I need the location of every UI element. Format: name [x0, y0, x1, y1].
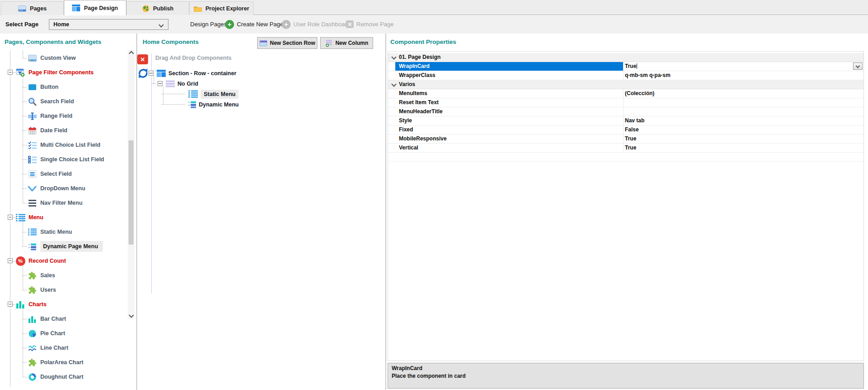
delete-component-button[interactable]: ✕: [137, 54, 148, 64]
refresh-icon[interactable]: [137, 67, 149, 80]
sidebar-item-record-count[interactable]: % Record Count: [0, 254, 127, 268]
scroll-down-icon[interactable]: [128, 313, 134, 319]
property-row-menuitems[interactable]: MenuItems (Colección): [388, 89, 863, 98]
close-icon: ✕: [346, 20, 354, 28]
sidebar-item-select-field[interactable]: Select Field: [0, 167, 127, 181]
sidebar-item-line-chart[interactable]: Line Chart: [0, 341, 127, 355]
drag-drop-label: Drag And Drop Components: [155, 55, 231, 61]
select-page-label: Select Page: [5, 15, 38, 34]
tab-page-design[interactable]: Page Design: [64, 0, 126, 15]
sidebar-item-multi-choice-list-field[interactable]: Multi Choice List Field: [0, 138, 127, 152]
tree-item-dynamic-menu[interactable]: Dynamic Menu: [148, 99, 383, 110]
plus-icon: +: [282, 20, 291, 29]
page-structure-tree: Section - Row - container No Grid Static…: [148, 68, 383, 110]
properties-panel-title: Component Properties: [390, 39, 456, 45]
no-grid-icon: [166, 80, 175, 87]
tree-item-no-grid[interactable]: No Grid: [148, 78, 383, 89]
sidebar-item-dropdown-menu[interactable]: DropDown Menu: [0, 181, 127, 196]
sidebar-item-single-choice-list-field[interactable]: Single Choice List Field: [0, 152, 127, 167]
new-section-row-button[interactable]: New Section Row: [257, 37, 317, 49]
tab-label: Pages: [30, 5, 47, 12]
property-row-fixed[interactable]: Fixed False: [388, 125, 863, 135]
collapse-expander-icon[interactable]: [8, 258, 13, 263]
tab-bar: Pages Page Design Publish Project Explor…: [0, 0, 868, 15]
sidebar-item-menu[interactable]: Menu: [0, 210, 127, 225]
page-filter-icon: [15, 68, 25, 77]
select-page-dropdown[interactable]: Home: [49, 19, 168, 30]
property-section-varios[interactable]: Varios: [388, 80, 863, 89]
sidebar-item-dynamic-page-menu[interactable]: Dynamic Page Menu: [0, 239, 127, 254]
property-value-editor[interactable]: True: [625, 62, 637, 71]
bar-chart-icon: [15, 300, 25, 308]
remove-page-button[interactable]: ✕ Remove Page: [346, 15, 393, 34]
property-section-page-design[interactable]: 01. Page Design: [388, 53, 863, 62]
sidebar-item-button[interactable]: Button: [0, 80, 127, 94]
collapse-expander-icon[interactable]: [149, 71, 153, 76]
folder-icon: [194, 5, 202, 12]
tab-publish[interactable]: Publish: [126, 1, 189, 15]
sidebar-item-range-field[interactable]: Range Field: [0, 109, 127, 123]
menu-list-icon: [27, 228, 37, 236]
tab-pages[interactable]: Pages: [1, 1, 64, 15]
tree-item-static-menu[interactable]: Static Menu: [148, 89, 383, 99]
text-caret: [637, 63, 637, 69]
tree-item-section-row-container[interactable]: Section - Row - container: [148, 68, 383, 78]
hamburger-icon: [27, 200, 37, 207]
sidebar-item-sales[interactable]: Sales: [0, 268, 127, 283]
sidebar-item-users[interactable]: Users: [0, 283, 127, 297]
property-row-wrapperclass[interactable]: WrapperClass q-mb-sm q-pa-sm: [388, 71, 863, 80]
search-icon: [27, 97, 37, 106]
value-dropdown-button[interactable]: [853, 63, 863, 70]
sidebar-item-charts[interactable]: Charts: [0, 297, 127, 312]
sidebar-item-polararea-chart[interactable]: PolarArea Chart: [0, 355, 127, 370]
pie-chart-icon: [27, 330, 37, 337]
scrollbar-thumb[interactable]: [129, 140, 134, 245]
scroll-up-icon[interactable]: [128, 50, 134, 57]
sidebar-item-pie-chart[interactable]: Pie Chart: [0, 326, 127, 341]
page-design-icon: [72, 5, 80, 11]
create-new-page-button[interactable]: + Create New Page: [225, 15, 283, 34]
collapse-expander-icon[interactable]: [158, 81, 163, 86]
sidebar-item-doughnut-chart[interactable]: Doughnut Chart: [0, 370, 127, 384]
design-pages-label: Design Pages: [190, 15, 227, 34]
sidebar-item-bar-chart[interactable]: Bar Chart: [0, 312, 127, 326]
tab-project-explorer[interactable]: Project Explorer: [189, 1, 254, 15]
collapse-expander-icon[interactable]: [8, 302, 13, 307]
property-row-menuheadertitle[interactable]: MenuHeaderTitle: [388, 107, 863, 116]
property-row-style[interactable]: Style Nav tab: [388, 116, 863, 125]
property-row-mobileresponsive[interactable]: MobileResponsive True: [388, 135, 863, 144]
collapse-expander-icon[interactable]: [8, 215, 13, 220]
toolbar: Select Page Home Design Pages + Create N…: [0, 15, 868, 34]
components-panel-title: Home Components: [143, 39, 199, 45]
user-role-dashboard-button[interactable]: + User Role Dashboard: [282, 15, 350, 34]
chevron-down-icon: [391, 82, 396, 87]
menu-list-icon: [15, 214, 25, 221]
sidebar-item-search-field[interactable]: Search Field: [0, 94, 127, 109]
property-grid: 01. Page Design WrapInCard True WrapperC…: [388, 51, 864, 361]
new-column-button[interactable]: New Column: [320, 37, 373, 49]
property-description: WrapInCard Place the component in card: [388, 363, 864, 389]
left-panel-divider: [136, 34, 137, 390]
collapse-expander-icon[interactable]: [8, 70, 13, 75]
calendar-icon: [27, 127, 37, 135]
doughnut-chart-icon: [27, 373, 37, 381]
select-page-value: Home: [53, 21, 69, 28]
app-window: Pages Page Design Publish Project Explor…: [0, 0, 868, 390]
puzzle-icon: [27, 271, 37, 280]
pages-window-icon: [18, 5, 26, 12]
property-row-reset-item-text[interactable]: Reset Item Text: [388, 98, 863, 107]
puzzle-icon: [27, 358, 37, 367]
sidebar-item-nav-filter-menu[interactable]: Nav Filter Menu: [0, 196, 127, 210]
sidebar-item-custom-view[interactable]: Custom View: [0, 51, 127, 65]
sidebar-item-static-menu[interactable]: Static Menu: [0, 225, 127, 239]
menu-list-icon: [188, 90, 198, 98]
sidebar-scrollbar[interactable]: [128, 50, 134, 319]
dynamic-menu-icon: [188, 101, 196, 108]
property-row-wrapincard[interactable]: WrapInCard True: [388, 62, 863, 71]
property-description-text: Place the component in card: [392, 373, 860, 379]
sidebar-item-date-field[interactable]: Date Field: [0, 123, 127, 138]
sidebar-item-page-filter-components[interactable]: Page Filter Components: [0, 65, 127, 80]
empty-grid-row: [388, 153, 863, 162]
property-row-vertical[interactable]: Vertical True: [388, 144, 863, 153]
globe-icon: [142, 5, 149, 12]
